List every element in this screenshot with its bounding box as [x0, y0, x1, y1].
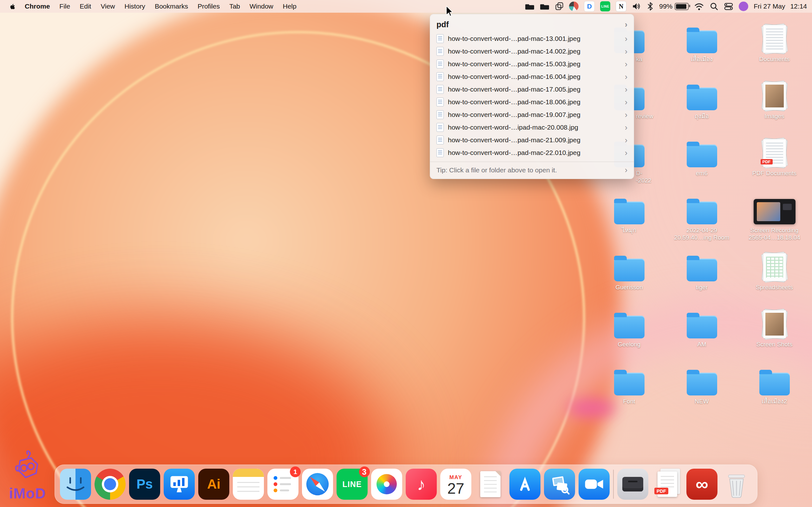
dropdown-file-row[interactable]: how-to-convert-word-…pad-mac-22.010.jpeg…	[430, 147, 634, 159]
calendar-day: 27	[447, 481, 464, 497]
desktop-icon[interactable]: PDF Font	[593, 364, 665, 421]
screen-recorder-status-icon[interactable]	[569, 0, 578, 13]
desktop-icon[interactable]: PDF เสื้อเมือง2	[738, 364, 811, 421]
notion-app-status-icon[interactable]: N	[616, 0, 626, 13]
desktop-icon-label: tiger	[696, 284, 708, 291]
desktop-icon[interactable]: PDF Screen Shots	[738, 307, 811, 364]
dock-preview-icon[interactable]	[544, 469, 575, 500]
desktop-icon[interactable]: PDF Screen Recording 2565-04…18.18.04	[738, 193, 811, 250]
spotlight-search-icon[interactable]	[710, 0, 718, 13]
dock-photos-icon[interactable]	[371, 469, 402, 500]
dock-calendar-icon[interactable]: MAY 27	[440, 469, 471, 500]
desktop-icon[interactable]: PDF tiger	[665, 250, 738, 307]
dock-safari-icon[interactable]	[302, 469, 333, 500]
dock-illustrator-icon[interactable]: Ai	[198, 469, 229, 500]
desktop-icon[interactable]: PDF 2022-04-29 20.59.40…ing Room	[665, 193, 738, 250]
desktop-icon[interactable]: PDF AM	[665, 307, 738, 364]
menu-item[interactable]: Tab	[224, 0, 245, 13]
dock-app-store-icon[interactable]	[509, 469, 541, 500]
file-name: how-to-convert-word-…pad-mac-16.004.jpeg	[448, 73, 622, 80]
dropdown-file-row[interactable]: how-to-convert-word-…ipad-mac-20.008.jpg…	[430, 121, 634, 134]
desktop-icon[interactable]: PDF Documents	[738, 22, 811, 79]
desktop-icon-label: เสื้อเมือง	[691, 55, 713, 63]
menu-item[interactable]: Profiles	[193, 0, 224, 13]
line-app-status-icon[interactable]: LINE	[600, 0, 610, 13]
imod-mascot-icon	[9, 450, 44, 486]
dock-keynote-icon[interactable]	[164, 469, 195, 500]
desktop-icon[interactable]: PDF ไหมุก	[593, 193, 665, 250]
desktop-icon-art: PDF	[687, 364, 717, 395]
desktop-icon-label: ka	[636, 55, 642, 63]
folder-status-icon-active[interactable]	[525, 0, 535, 13]
desktop-icon[interactable]: PDF Images	[738, 79, 811, 136]
chevron-right-icon: ›	[625, 60, 627, 68]
dropdown-header[interactable]: pdf ›	[430, 16, 634, 32]
dock-reminders-icon[interactable]: 1	[267, 469, 299, 500]
dropdown-title: pdf	[437, 20, 449, 29]
file-name: how-to-convert-word-…pad-mac-14.002.jpeg	[448, 48, 622, 55]
dropdown-file-row[interactable]: how-to-convert-word-…pad-mac-15.003.jpeg…	[430, 58, 634, 70]
dock-stack-drawer-icon[interactable]	[617, 469, 648, 500]
desktop-icon-label: review	[636, 112, 653, 120]
purple-app-status-icon[interactable]	[739, 0, 748, 13]
bluetooth-status-icon[interactable]	[647, 0, 654, 13]
menu-item[interactable]: Window	[245, 0, 278, 13]
dropdown-file-row[interactable]: how-to-convert-word-…pad-mac-19.007.jpeg…	[430, 108, 634, 121]
pdf-chip-label: PDF	[654, 488, 668, 494]
menu-item[interactable]: Bookmarks	[150, 0, 193, 13]
menu-item[interactable]: View	[96, 0, 119, 13]
chevron-right-icon: ›	[625, 136, 627, 144]
dock-line-icon[interactable]: LINE 3	[337, 469, 368, 500]
desktop-icon[interactable]: PDF PDF Documents	[738, 136, 811, 193]
file-icon	[437, 123, 444, 132]
battery-status[interactable]: 99%	[659, 0, 689, 13]
documents-app-status-icon[interactable]: D	[584, 0, 595, 13]
dock-music-icon[interactable]: ♪	[406, 469, 437, 500]
dropdown-file-row[interactable]: how-to-convert-word-…pad-mac-17.005.jpeg…	[430, 83, 634, 96]
active-app-name[interactable]: Chrome	[20, 0, 55, 13]
dock-photoshop-icon[interactable]: Ps	[129, 469, 160, 500]
dock-pdf-stack-icon[interactable]: PDF	[652, 469, 683, 500]
app-menus: FileEditViewHistoryBookmarksProfilesTabW…	[55, 0, 301, 13]
document-stack-icon: PDF	[763, 82, 786, 110]
desktop-icon[interactable]: PDF NEW	[665, 364, 738, 421]
dropdown-file-row[interactable]: how-to-convert-word-…pad-mac-18.006.jpeg…	[430, 96, 634, 108]
menu-item[interactable]: File	[55, 0, 75, 13]
menu-bar-clock[interactable]: Fri 27 May 12:14	[754, 3, 807, 10]
dock-document-icon[interactable]	[475, 469, 506, 500]
dropdown-tip-row[interactable]: Tip: Click a file or folder above to ope…	[430, 162, 634, 178]
wifi-status-icon[interactable]	[694, 0, 704, 13]
volume-status-icon[interactable]	[632, 0, 641, 13]
dock-finder-icon[interactable]	[60, 469, 91, 500]
dock-notes-icon[interactable]	[233, 469, 264, 500]
dock-video-call-icon[interactable]	[578, 469, 610, 500]
menu-item[interactable]: History	[120, 0, 150, 13]
dropdown-file-row[interactable]: how-to-convert-word-…pad-mac-13.001.jpeg…	[430, 32, 634, 45]
desktop-icon[interactable]: PDF ถุงมือ	[665, 79, 738, 136]
imod-watermark-text: iMoD	[9, 485, 46, 502]
file-name: how-to-convert-word-…pad-mac-22.010.jpeg	[448, 149, 622, 157]
dock-chrome-icon[interactable]	[95, 469, 125, 500]
layers-status-icon[interactable]	[555, 0, 564, 13]
menu-bar-status-area: D LINE N 99%	[525, 0, 807, 13]
dropdown-file-row[interactable]: how-to-convert-word-…pad-mac-14.002.jpeg…	[430, 45, 634, 58]
desktop-icon[interactable]: PDF Geelong	[593, 307, 665, 364]
dock-creative-cloud-icon[interactable]: ∞	[687, 469, 717, 500]
dropdown-file-row[interactable]: how-to-convert-word-…pad-mac-21.009.jpeg…	[430, 134, 634, 147]
desktop-icon[interactable]: PDF em6	[665, 136, 738, 193]
menu-item[interactable]: Help	[278, 0, 301, 13]
file-name: how-to-convert-word-…pad-mac-13.001.jpeg	[448, 35, 622, 43]
imod-watermark: iMoD	[9, 450, 46, 502]
desktop-icon[interactable]: PDF Guerisson	[593, 250, 665, 307]
dropdown-file-list: how-to-convert-word-…pad-mac-13.001.jpeg…	[430, 32, 634, 159]
calendar-month: MAY	[450, 474, 462, 481]
desktop-icon[interactable]: PDF เสื้อเมือง	[665, 22, 738, 79]
desktop-icon-label: 2022-04-29 20.59.40…ing Room	[674, 227, 729, 241]
dropdown-file-row[interactable]: how-to-convert-word-…pad-mac-16.004.jpeg…	[430, 70, 634, 83]
control-center-icon[interactable]	[724, 0, 733, 13]
apple-menu[interactable]	[5, 0, 20, 13]
desktop-icon[interactable]: PDF Spreadsheets	[738, 250, 811, 307]
folder-status-icon[interactable]	[540, 0, 549, 13]
dock-trash-icon[interactable]	[721, 469, 752, 500]
menu-item[interactable]: Edit	[75, 0, 96, 13]
